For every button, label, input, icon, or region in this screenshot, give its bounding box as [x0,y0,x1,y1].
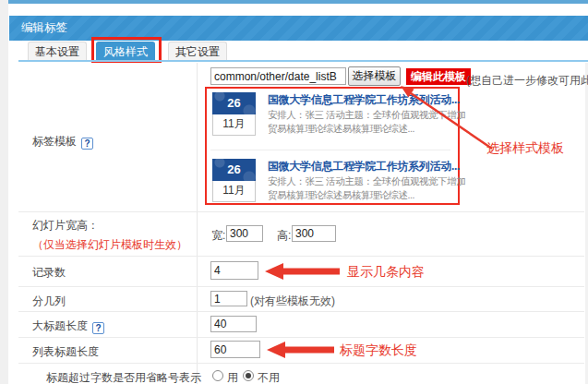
preview-list-item: 26 11月 国微大学信息工程学院工作坊系列活动... 安排人：张三 活动主题：… [212,157,454,205]
edit-tag-page: 编辑标签 基本设置 风格样式 其它设置 标签模板? 选择模板 编辑此模板 (想自… [0,0,588,384]
radio-use-label[interactable]: 用 [227,370,238,384]
preview-list-item: 26 11月 国微大学信息工程学院工作坊系列活动... 安排人：张三 活动主题：… [212,90,454,138]
date-box: 26 11月 [212,92,256,136]
height-input[interactable] [292,225,336,242]
preview-title-link[interactable]: 国微大学信息工程学院工作坊系列活动... [268,92,456,108]
preview-description: 安排人：张三 活动主题：全球价值观视觉下增加 贸易核算理论综述易核算理论综述..… [268,174,456,202]
tab-other-settings[interactable]: 其它设置 [168,42,227,61]
preview-title-link[interactable]: 国微大学信息工程学院工作坊系列活动... [268,159,456,174]
record-count-arrow-icon [265,263,340,280]
list-title-length-label: 列表标题长度 [32,344,99,360]
help-icon[interactable]: ? [81,138,93,150]
width-input[interactable] [226,225,263,242]
edit-template-hint: (想自己进一步修改可用此功能) [466,73,588,89]
date-month: 11月 [212,114,256,136]
title-length-arrow-icon [267,342,334,358]
big-title-length-label: 大标题长度? [32,318,104,334]
template-path-input[interactable] [210,67,346,85]
row-divider [18,286,584,287]
template-preview-box: 26 11月 国微大学信息工程学院工作坊系列活动... 安排人：张三 活动主题：… [205,87,460,205]
radio-no-label[interactable]: 不用 [258,370,280,384]
form-column-divider [197,63,198,384]
big-title-length-input[interactable] [210,316,257,332]
slide-size-note: （仅当选择幻灯片模板时生效） [32,237,187,253]
select-template-button[interactable]: 选择模板 [348,66,401,86]
row-divider [18,363,584,364]
list-title-length-input[interactable] [210,341,260,358]
top-accent-strip [8,0,588,4]
row-divider [18,337,584,338]
radio-no-ellipsis[interactable] [243,370,254,381]
width-label: 宽: [211,228,225,244]
annotation-title-length: 标题字数长度 [340,342,417,359]
panel-titlebar: 编辑标签 [9,16,588,41]
columns-hint: (对有些模板无效) [250,294,335,309]
columns-label: 分几列 [32,294,66,309]
record-count-label: 记录数 [32,265,66,281]
radio-use-ellipsis[interactable] [212,370,223,381]
annotation-select-template: 选择样式模板 [486,140,564,157]
date-day: 26 [212,159,256,181]
ellipsis-label: 标题超过字数是否用省略号表示 [46,370,201,384]
annotation-record-count: 显示几条内容 [347,264,425,281]
page-title: 编辑标签 [21,21,67,34]
tab-underline [18,60,588,62]
date-month: 11月 [212,181,256,202]
row-divider [18,311,584,312]
columns-input[interactable] [210,291,247,306]
help-icon[interactable]: ? [92,322,104,334]
preview-description: 安排人：张三 活动主题：全球价值观视觉下增加 贸易核算理论综述易核算理论综述..… [268,108,456,136]
tab-style-settings[interactable]: 风格样式 [96,42,155,61]
date-day: 26 [212,92,256,114]
row-divider [18,211,584,212]
template-label: 标签模板? [32,134,93,150]
slide-size-label: 幻灯片宽高： [32,218,99,234]
date-box: 26 11月 [212,159,256,202]
record-count-input[interactable] [210,261,258,280]
height-label: 高: [277,228,291,244]
left-gutter [0,0,8,384]
edit-template-button[interactable]: 编辑此模板 [406,68,471,85]
preview-item-separator [210,150,450,150]
tab-basic-settings[interactable]: 基本设置 [28,42,87,61]
row-divider [18,256,584,257]
